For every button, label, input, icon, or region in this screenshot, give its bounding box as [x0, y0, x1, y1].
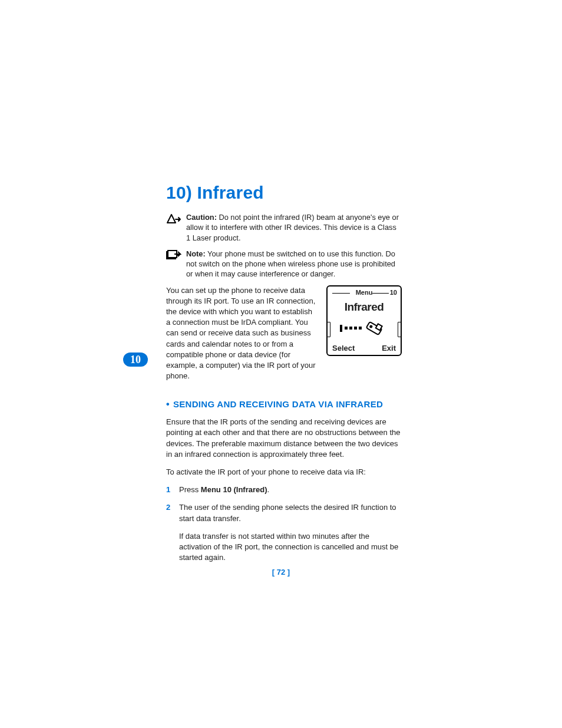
caution-label: Caution:	[186, 213, 217, 222]
infrared-icon	[331, 318, 397, 338]
svg-rect-3	[345, 327, 348, 330]
step-1-bold: Menu 10 (Infrared)	[201, 485, 267, 494]
phone-screen-illustration: Menu 10 Infrared	[326, 285, 402, 356]
step-2-number: 2	[166, 502, 170, 513]
note-text: Note: Your phone must be switched on to …	[186, 249, 402, 279]
section-heading: •SENDING AND RECEIVING DATA VIA INFRARED	[166, 399, 402, 410]
caution-callout: Caution: Do not point the infrared (IR) …	[166, 212, 402, 243]
section-heading-text: SENDING AND RECEIVING DATA VIA INFRARED	[173, 399, 383, 409]
page-content: 10) Infrared Caution: Do not point the i…	[166, 183, 402, 570]
phone-scroll-indicator-left	[327, 322, 330, 337]
svg-rect-2	[340, 325, 342, 332]
phone-menu-number: 10	[390, 289, 397, 296]
timeout-paragraph: If data transfer is not started within t…	[179, 531, 402, 564]
svg-rect-6	[359, 327, 362, 330]
chapter-tab: 10	[123, 353, 148, 367]
phone-scroll-indicator-right	[398, 322, 401, 337]
step-1: 1 Press Menu 10 (Infrared).	[166, 485, 402, 495]
phone-menu-label: Menu	[331, 289, 397, 296]
caution-body: Do not point the infrared (IR) beam at a…	[186, 213, 399, 242]
phone-screen-title: Infrared	[331, 301, 397, 314]
note-callout: Note: Your phone must be switched on to …	[166, 249, 402, 279]
note-icon	[166, 250, 186, 264]
phone-softkey-right: Exit	[382, 344, 396, 353]
note-body: Your phone must be switched on to use th…	[186, 249, 395, 279]
phone-softkey-left: Select	[332, 344, 355, 353]
intro-paragraph: You can set up the phone to receive data…	[166, 285, 316, 382]
page-number: [ 72 ]	[0, 568, 562, 577]
caution-text: Caution: Do not point the infrared (IR) …	[186, 212, 402, 243]
step-1-prefix: Press	[179, 485, 201, 494]
step-1-number: 1	[166, 485, 170, 495]
page-title: 10) Infrared	[166, 183, 402, 203]
ensure-paragraph: Ensure that the IR ports of the sending …	[166, 417, 402, 460]
caution-icon	[166, 213, 186, 228]
steps-list: 1 Press Menu 10 (Infrared). 2 The user o…	[166, 485, 402, 524]
step-2-text: The user of the sending phone selects th…	[179, 503, 396, 522]
step-2: 2 The user of the sending phone selects …	[166, 502, 402, 523]
note-label: Note:	[186, 249, 206, 258]
svg-rect-5	[354, 327, 357, 330]
activate-paragraph: To activate the IR port of your phone to…	[166, 467, 402, 477]
step-1-suffix: .	[267, 485, 270, 494]
svg-rect-4	[349, 327, 352, 330]
bullet-icon: •	[166, 399, 170, 409]
